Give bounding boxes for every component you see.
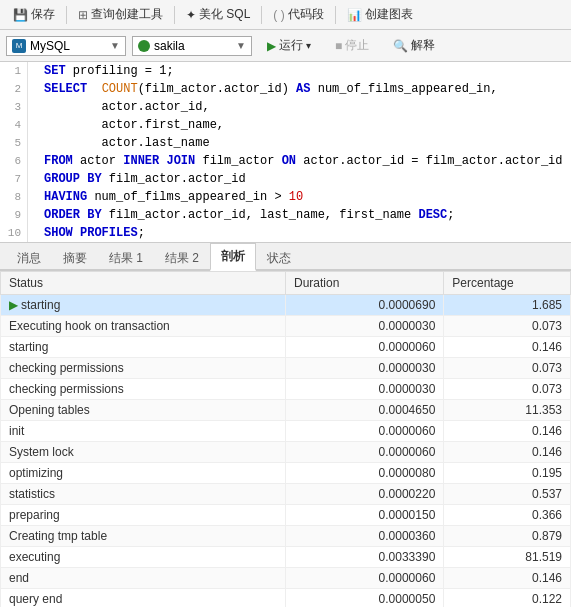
save-button[interactable]: 💾 保存 [6, 3, 62, 26]
tab-messages[interactable]: 消息 [6, 245, 52, 271]
code-text-10: SHOW PROFILES; [44, 224, 571, 242]
cell-status: statistics [1, 484, 286, 505]
table-row[interactable]: optimizing0.00000800.195 [1, 463, 571, 484]
beautify-button[interactable]: ✦ 美化 SQL [179, 3, 257, 26]
cell-status: executing [1, 547, 286, 568]
cell-percentage: 0.146 [444, 568, 571, 589]
database-selector[interactable]: sakila ▼ [132, 36, 252, 56]
chart-icon: 📊 [347, 8, 362, 22]
cell-duration: 0.0000060 [286, 568, 444, 589]
table-row[interactable]: Opening tables0.000465011.353 [1, 400, 571, 421]
cell-status: init [1, 421, 286, 442]
tab-result1[interactable]: 结果 1 [98, 245, 154, 271]
code-text-8: HAVING num_of_films_appeared_in > 10 [44, 188, 571, 206]
table-row[interactable]: end0.00000600.146 [1, 568, 571, 589]
beautify-label: 美化 SQL [199, 6, 250, 23]
line-num-2: 2 [0, 80, 28, 98]
code-line-6: 6 FROM actor INNER JOIN film_actor ON ac… [0, 152, 571, 170]
cell-percentage: 0.146 [444, 337, 571, 358]
cell-status: System lock [1, 442, 286, 463]
cell-duration: 0.0000030 [286, 358, 444, 379]
code-label: 代码段 [288, 6, 324, 23]
table-row[interactable]: starting0.00000600.146 [1, 337, 571, 358]
cell-percentage: 0.073 [444, 316, 571, 337]
cell-duration: 0.0000220 [286, 484, 444, 505]
database-label: sakila [154, 39, 185, 53]
stop-button[interactable]: ■ 停止 [326, 33, 378, 58]
table-row[interactable]: preparing0.00001500.366 [1, 505, 571, 526]
code-line-9: 9 ORDER BY film_actor.actor_id, last_nam… [0, 206, 571, 224]
table-row[interactable]: checking permissions0.00000300.073 [1, 358, 571, 379]
code-editor[interactable]: 1 SET profiling = 1; 2 SELECT COUNT(film… [0, 62, 571, 243]
cell-status: Executing hook on transaction [1, 316, 286, 337]
cell-status: checking permissions [1, 379, 286, 400]
db-status-icon [138, 40, 150, 52]
table-row[interactable]: System lock0.00000600.146 [1, 442, 571, 463]
tab-summary[interactable]: 摘要 [52, 245, 98, 271]
explain-label: 解释 [411, 37, 435, 54]
table-row[interactable]: Executing hook on transaction0.00000300.… [1, 316, 571, 337]
code-line-3: 3 actor.actor_id, [0, 98, 571, 116]
code-icon: ( ) [273, 8, 284, 22]
line-num-5: 5 [0, 134, 28, 152]
tab-profile[interactable]: 剖析 [210, 243, 256, 271]
cell-duration: 0.0000060 [286, 421, 444, 442]
stop-icon: ■ [335, 39, 342, 53]
cell-status: Creating tmp table [1, 526, 286, 547]
cell-duration: 0.0004650 [286, 400, 444, 421]
db-dropdown-arrow: ▼ [236, 40, 246, 51]
table-row[interactable]: query end0.00000500.122 [1, 589, 571, 608]
cell-percentage: 0.073 [444, 358, 571, 379]
save-icon: 💾 [13, 8, 28, 22]
table-row[interactable]: statistics0.00002200.537 [1, 484, 571, 505]
cell-percentage: 0.195 [444, 463, 571, 484]
cell-status: end [1, 568, 286, 589]
toolbar: 💾 保存 ⊞ 查询创建工具 ✦ 美化 SQL ( ) 代码段 📊 创建图表 [0, 0, 571, 30]
line-num-4: 4 [0, 116, 28, 134]
engine-selector[interactable]: M MySQL ▼ [6, 36, 126, 56]
beautify-icon: ✦ [186, 8, 196, 22]
profile-table: Status Duration Percentage ▶starting0.00… [0, 271, 571, 607]
results-tabs: 消息 摘要 结果 1 结果 2 剖析 状态 [0, 243, 571, 271]
cell-duration: 0.0000060 [286, 442, 444, 463]
run-dropdown-arrow: ▾ [306, 40, 311, 51]
cell-duration: 0.0000060 [286, 337, 444, 358]
create-chart-button[interactable]: 📊 创建图表 [340, 3, 420, 26]
line-num-10: 10 [0, 224, 28, 242]
cell-status: query end [1, 589, 286, 608]
code-text-2: SELECT COUNT(film_actor.actor_id) AS num… [44, 80, 571, 98]
code-text-4: actor.first_name, [44, 116, 571, 134]
explain-button[interactable]: 🔍 解释 [384, 33, 444, 58]
code-text-7: GROUP BY film_actor.actor_id [44, 170, 571, 188]
cell-status: Opening tables [1, 400, 286, 421]
cell-duration: 0.0000080 [286, 463, 444, 484]
code-text-6: FROM actor INNER JOIN film_actor ON acto… [44, 152, 571, 170]
cell-percentage: 0.366 [444, 505, 571, 526]
run-button[interactable]: ▶ 运行 ▾ [258, 33, 320, 58]
cell-duration: 0.0000150 [286, 505, 444, 526]
code-text-1: SET profiling = 1; [44, 62, 571, 80]
cell-status: starting [1, 337, 286, 358]
table-row[interactable]: executing0.003339081.519 [1, 547, 571, 568]
line-num-3: 3 [0, 98, 28, 116]
query-builder-button[interactable]: ⊞ 查询创建工具 [71, 3, 170, 26]
code-line-2: 2 SELECT COUNT(film_actor.actor_id) AS n… [0, 80, 571, 98]
code-snippet-button[interactable]: ( ) 代码段 [266, 3, 330, 26]
tab-result2[interactable]: 结果 2 [154, 245, 210, 271]
table-row[interactable]: init0.00000600.146 [1, 421, 571, 442]
code-text-3: actor.actor_id, [44, 98, 571, 116]
chart-label: 创建图表 [365, 6, 413, 23]
connection-bar: M MySQL ▼ sakila ▼ ▶ 运行 ▾ ■ 停止 🔍 解释 [0, 30, 571, 62]
table-row[interactable]: checking permissions0.00000300.073 [1, 379, 571, 400]
cell-duration: 0.0000690 [286, 295, 444, 316]
table-row[interactable]: Creating tmp table0.00003600.879 [1, 526, 571, 547]
table-row[interactable]: ▶starting0.00006901.685 [1, 295, 571, 316]
profile-results: Status Duration Percentage ▶starting0.00… [0, 271, 571, 607]
header-duration: Duration [286, 272, 444, 295]
cell-status: optimizing [1, 463, 286, 484]
line-num-9: 9 [0, 206, 28, 224]
line-num-6: 6 [0, 152, 28, 170]
line-num-8: 8 [0, 188, 28, 206]
cell-percentage: 0.122 [444, 589, 571, 608]
tab-status[interactable]: 状态 [256, 245, 302, 271]
